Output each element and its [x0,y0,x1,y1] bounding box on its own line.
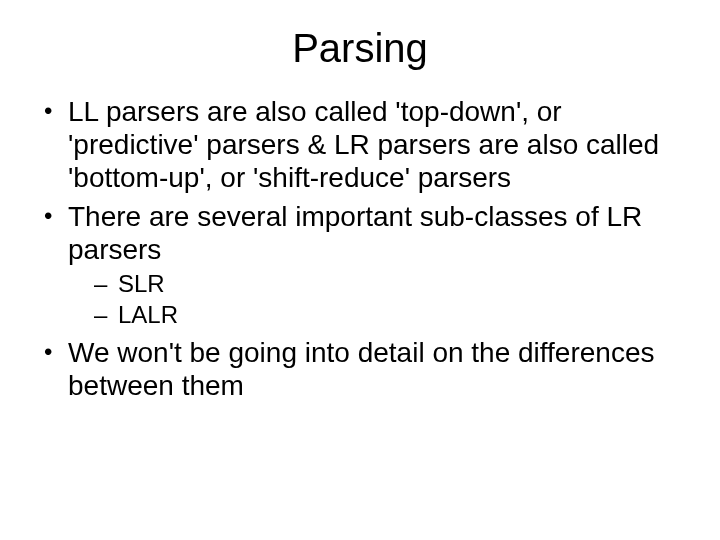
sub-bullet-item: SLR [68,270,680,299]
bullet-item: We won't be going into detail on the dif… [40,336,680,402]
sub-bullet-item: LALR [68,301,680,330]
slide: Parsing LL parsers are also called 'top-… [0,0,720,540]
bullet-item: There are several important sub-classes … [40,200,680,330]
bullet-text: There are several important sub-classes … [68,201,642,265]
bullet-item: LL parsers are also called 'top-down', o… [40,95,680,194]
slide-title: Parsing [40,26,680,71]
bullet-list: LL parsers are also called 'top-down', o… [40,95,680,402]
sub-bullet-list: SLR LALR [68,270,680,330]
